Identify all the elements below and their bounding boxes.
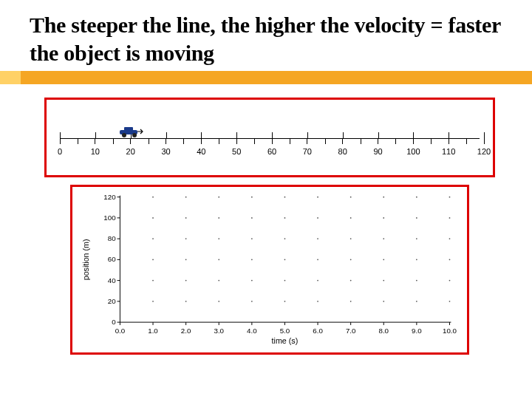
grid-dot xyxy=(152,197,154,198)
grid-dot xyxy=(416,197,417,198)
ruler-minor-tick xyxy=(254,138,255,144)
grid-dot xyxy=(152,217,154,219)
ruler-tick xyxy=(307,132,308,138)
grid-dot xyxy=(152,301,154,302)
ruler-label: 20 xyxy=(126,147,135,156)
ruler-tick xyxy=(60,132,61,138)
y-tick-label: 20 xyxy=(108,297,116,305)
grid-dot xyxy=(350,238,352,239)
grid-dot xyxy=(350,259,352,260)
y-tick-label: 100 xyxy=(103,214,116,222)
ruler-minor-tick xyxy=(466,138,467,144)
x-tick-label: 3.0 xyxy=(214,327,224,335)
ruler-label: 0 xyxy=(58,147,62,156)
ruler-label: 40 xyxy=(197,147,205,156)
grid-dot xyxy=(284,217,286,219)
ruler-minor-tick xyxy=(325,138,326,144)
y-axis-label: position (m) xyxy=(81,239,90,280)
ruler-minor-tick xyxy=(361,138,361,144)
ruler-label: 100 xyxy=(406,147,420,156)
grid-dot xyxy=(317,259,318,260)
svg-point-2 xyxy=(122,133,126,137)
grid-dot xyxy=(284,259,286,260)
x-tick-label: 1.0 xyxy=(148,327,158,335)
grid-dot xyxy=(383,301,384,302)
ruler-minor-tick xyxy=(78,138,78,144)
grid-dot xyxy=(449,197,451,198)
grid-dot xyxy=(416,238,417,239)
y-tick-label: 0 xyxy=(112,318,116,326)
grid-dot xyxy=(185,280,187,282)
y-tick-label: 60 xyxy=(108,255,116,263)
x-tick-label: 5.0 xyxy=(280,327,290,335)
ruler-minor-tick xyxy=(183,138,184,144)
grid-dot xyxy=(317,217,318,219)
ruler-minor-tick xyxy=(113,138,114,144)
grid-dot xyxy=(152,259,154,260)
grid-dot xyxy=(350,197,352,198)
ruler-label: 60 xyxy=(267,147,276,156)
x-tick-label: 6.0 xyxy=(313,327,323,335)
grid-dot xyxy=(251,197,253,198)
x-tick-label: 0.0 xyxy=(115,327,126,335)
slide-title: The steeper the line, the higher the vel… xyxy=(30,11,510,66)
grid-dot xyxy=(218,197,219,198)
ruler-tick xyxy=(484,132,485,138)
chart-panel: 0204060801001200.01.02.03.04.05.06.07.08… xyxy=(70,185,469,355)
grid-dot xyxy=(350,280,352,282)
grid-dot xyxy=(218,301,219,302)
grid-dot xyxy=(317,280,318,282)
car-icon xyxy=(118,126,143,138)
ruler-tick xyxy=(272,132,273,138)
ruler-minor-tick xyxy=(219,138,219,144)
grid-dot xyxy=(449,280,451,282)
ruler-label: 70 xyxy=(303,147,312,156)
grid-dot xyxy=(251,280,253,282)
accent-bar xyxy=(0,71,532,84)
ruler-panel: 0102030405060708090100110120 xyxy=(44,98,495,177)
grid-dot xyxy=(383,217,384,219)
ruler-tick xyxy=(236,132,237,138)
grid-dot xyxy=(185,238,187,239)
ruler-label: 10 xyxy=(91,147,100,156)
grid-dot xyxy=(152,280,154,282)
ruler-label: 120 xyxy=(477,147,491,156)
x-axis-label: time (s) xyxy=(272,336,299,345)
ruler-tick xyxy=(166,132,167,138)
position-time-chart: 0204060801001200.01.02.03.04.05.06.07.08… xyxy=(72,187,467,352)
ruler-tick xyxy=(378,132,379,138)
grid-dot xyxy=(317,238,318,239)
grid-dot xyxy=(449,217,451,219)
svg-rect-1 xyxy=(124,127,133,132)
x-tick-label: 7.0 xyxy=(346,327,356,335)
grid-dot xyxy=(218,238,219,239)
ruler-tick xyxy=(343,132,344,138)
grid-dot xyxy=(185,259,187,260)
grid-dot xyxy=(251,259,253,260)
ruler-minor-tick xyxy=(431,138,432,144)
grid-dot xyxy=(284,301,286,302)
grid-dot xyxy=(383,197,384,198)
grid-dot xyxy=(449,238,451,239)
grid-dot xyxy=(416,259,417,260)
y-tick-label: 120 xyxy=(103,193,116,201)
ruler-label: 50 xyxy=(232,147,241,156)
grid-dot xyxy=(251,238,253,239)
y-tick-label: 80 xyxy=(108,234,116,242)
grid-dot xyxy=(284,280,286,282)
grid-dot xyxy=(416,301,417,302)
grid-dot xyxy=(317,197,318,198)
grid-dot xyxy=(284,197,286,198)
ruler-tick xyxy=(449,132,449,138)
ruler-tick xyxy=(201,132,202,138)
ruler-baseline xyxy=(60,138,480,139)
grid-dot xyxy=(251,301,253,302)
x-tick-label: 8.0 xyxy=(379,327,389,335)
ruler-minor-tick xyxy=(149,138,149,144)
grid-dot xyxy=(284,238,286,239)
y-tick-label: 40 xyxy=(108,276,116,284)
grid-dot xyxy=(416,217,417,219)
ruler-label: 110 xyxy=(442,147,455,156)
x-tick-label: 2.0 xyxy=(181,327,191,335)
ruler-label: 80 xyxy=(338,147,347,156)
